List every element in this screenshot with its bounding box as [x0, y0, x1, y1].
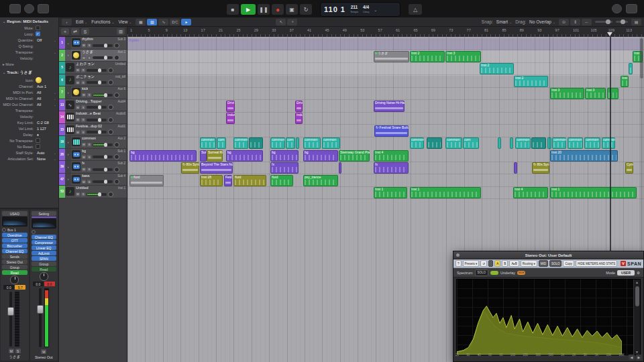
tool-button-0[interactable]: ↖ — [276, 19, 286, 25]
region-clip[interactable] — [510, 137, 513, 149]
nav-right-icon[interactable]: ▶ — [636, 355, 642, 360]
region-Inst 2[interactable]: Inst 2 — [514, 76, 548, 87]
track-pan-knob[interactable] — [108, 129, 113, 135]
mute-button[interactable]: M — [76, 118, 80, 122]
mute-button[interactable]: M — [82, 155, 86, 159]
track-header-ポこチョン[interactable]: 6♪ポこチョンmid_killMS — [59, 74, 127, 87]
region-Inst 1[interactable]: Inst 1 — [374, 187, 407, 198]
view-button-1[interactable]: ▥ — [147, 19, 157, 25]
track-value[interactable]: Auto — [36, 151, 54, 155]
region-common[interactable]: common — [552, 137, 566, 149]
solo-button[interactable]: S — [87, 180, 91, 184]
mute-button[interactable]: M — [76, 105, 80, 109]
mute-button[interactable]: M — [76, 130, 80, 134]
region-Cym[interactable]: Cym — [625, 162, 633, 174]
panel-back-icon[interactable]: ‹ — [62, 19, 72, 25]
track-name[interactable]: bg — [82, 149, 86, 154]
strip-input-row[interactable] — [32, 229, 57, 234]
region-fluid[interactable]: fluid — [129, 175, 164, 186]
track-pan-knob[interactable] — [108, 68, 113, 73]
mute-button[interactable]: M — [9, 349, 14, 353]
track-pan-knob[interactable] — [114, 43, 119, 48]
region-Inst 4[interactable]: Inst 4 — [374, 150, 409, 162]
track-name[interactable]: Festiva...dup 02 — [76, 125, 102, 129]
track-volume-slider[interactable] — [93, 143, 113, 146]
stepper-icon[interactable]: ⌄ — [54, 38, 56, 42]
track-header-common[interactable]: 16›commonAux 2MS — [59, 136, 127, 149]
track-pan-knob[interactable] — [108, 117, 113, 123]
region-Inst 2[interactable]: Inst 2 — [480, 63, 514, 74]
region-clip[interactable] — [339, 162, 341, 174]
track-pan-knob[interactable] — [108, 105, 113, 110]
plugin-slot-adlimit[interactable]: AdLimit — [32, 251, 57, 255]
track-volume-slider[interactable] — [87, 81, 107, 84]
spectrum-display[interactable]: ▲ ▼ — [456, 279, 641, 355]
region-bg[interactable]: bg — [226, 150, 263, 162]
region-common[interactable]: common — [270, 137, 285, 149]
solo-button[interactable]: S — [87, 143, 91, 147]
drag-select[interactable]: No Overlap ⌄ — [529, 19, 555, 24]
lcd-signature[interactable]: 4/4 Cmaj — [363, 5, 369, 13]
track-name[interactable]: bass — [82, 174, 90, 178]
checkbox[interactable] — [36, 138, 40, 143]
plugin-slot-span[interactable]: SPAN — [32, 256, 57, 261]
region-common[interactable]: common — [200, 137, 216, 149]
mute-button[interactable]: M — [76, 192, 80, 196]
track-icon-swatch[interactable] — [36, 77, 42, 83]
stop-button[interactable]: ■ — [227, 4, 239, 15]
region-Inst[interactable]: Inst — [621, 76, 629, 87]
snap-select[interactable]: Smart ⌄ — [496, 19, 512, 24]
track-row-10[interactable]: No Reset: — [0, 143, 58, 149]
track-name[interactable]: fx — [82, 162, 85, 166]
track-pan-knob[interactable] — [108, 80, 113, 85]
track-row-3[interactable]: MIDI Out Channel:All⌄ — [0, 101, 58, 107]
disclosure-icon[interactable]: › — [65, 149, 71, 161]
region-Indus[interactable]: Indus — [295, 113, 303, 124]
lcd-display[interactable]: 110 1 211 Tempo 4/4 Cmaj ⌄ — [320, 2, 400, 17]
track-header-bg[interactable]: 26›bgSub 1MS — [59, 149, 127, 162]
region-Inst 20[interactable]: Inst 20 — [550, 150, 618, 162]
solo-column-button[interactable]: S — [81, 28, 89, 35]
region-Drivi[interactable]: Drivi — [226, 101, 235, 112]
eq-thumbnail[interactable] — [32, 219, 57, 229]
track-name[interactable]: rhythm — [82, 38, 93, 42]
region-Inst 3[interactable]: Inst 3 — [445, 51, 481, 62]
region-clip[interactable] — [427, 137, 442, 149]
lcd-tempo[interactable]: 211 Tempo — [350, 5, 358, 13]
track-name[interactable]: Industr...e Beat — [76, 112, 101, 116]
region-Surreal Ram[interactable]: Surreal Ram — [207, 150, 223, 162]
region-↻ 80s Synth[interactable]: ↻ 80s Synth — [532, 162, 549, 174]
track-row-6[interactable]: Key Limit:C-2 G8 — [0, 119, 58, 125]
close-icon[interactable] — [456, 253, 460, 257]
copy-button[interactable]: Copy — [563, 260, 574, 267]
checkbox[interactable] — [36, 144, 40, 149]
region-Drivi[interactable]: Drivi — [295, 101, 303, 112]
track-header-Untitled[interactable]: 53♪UntitledInst 1MS — [59, 186, 127, 198]
stepper-icon[interactable]: ⌄ — [54, 97, 56, 101]
checkbox-checked[interactable] — [36, 32, 40, 36]
pan-value[interactable]: 0.0 — [33, 282, 44, 286]
automation-mode-slot[interactable]: Read — [32, 267, 57, 272]
add-track-button[interactable]: ＋ — [61, 28, 69, 35]
region-common[interactable]: common — [602, 137, 615, 149]
record-button[interactable]: ● — [272, 4, 284, 15]
play-button[interactable]: ▶ — [241, 4, 256, 15]
region-clip[interactable] — [514, 162, 517, 174]
horizontal-zoom-slider[interactable] — [595, 21, 612, 23]
region-common[interactable]: common — [445, 137, 462, 149]
track-value[interactable]: All — [36, 90, 54, 95]
vertical-zoom-slider[interactable] — [616, 21, 628, 23]
group-slot[interactable]: Group — [32, 261, 57, 266]
track-header-よわチョン[interactable]: 5♪よわチョンUntitledMS — [59, 62, 127, 74]
track-header-うさぎ[interactable]: 2›うさぎAux 1MS — [59, 50, 127, 62]
solo-button[interactable]: S — [81, 130, 85, 134]
region-bg[interactable]: bg — [129, 150, 197, 162]
region-inspector-header[interactable]: ⌄Region: MIDI Defaults — [0, 17, 58, 25]
track-name[interactable]: common — [82, 137, 96, 141]
track-value[interactable]: Aux 1 — [36, 84, 56, 88]
mute-button[interactable]: M — [82, 93, 86, 97]
track-volume-slider[interactable] — [93, 180, 113, 183]
region-Fest[interactable]: Fest — [224, 175, 232, 186]
checkbox[interactable] — [36, 25, 40, 30]
metronome-icon[interactable]: △ — [409, 4, 422, 15]
